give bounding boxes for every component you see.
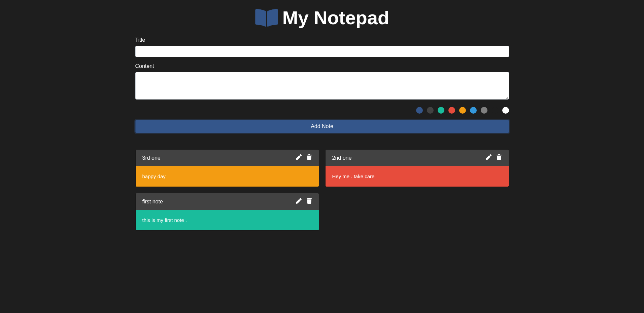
color-swatch-red[interactable] <box>448 107 455 114</box>
add-note-button[interactable]: Add Note <box>135 120 509 133</box>
note-header: 2nd one <box>326 150 509 166</box>
note-title: first note <box>142 199 163 205</box>
trash-icon[interactable] <box>306 198 312 205</box>
note-title: 3rd one <box>142 155 161 161</box>
note-content: this is my first note . <box>136 210 319 230</box>
color-swatch-green[interactable] <box>438 107 444 114</box>
edit-icon[interactable] <box>486 154 492 161</box>
note-actions <box>296 198 312 205</box>
note-card: 3rd onehappy day <box>135 149 319 187</box>
color-swatch-dark-grey[interactable] <box>427 107 434 114</box>
notes-grid: 3rd onehappy day2nd oneHey me . take car… <box>135 149 509 231</box>
content-label: Content <box>135 63 509 69</box>
color-swatch-black[interactable] <box>492 107 498 114</box>
trash-icon[interactable] <box>306 154 312 161</box>
note-header: 3rd one <box>136 150 319 166</box>
color-picker <box>135 107 509 114</box>
book-icon <box>255 8 278 28</box>
trash-icon[interactable] <box>496 154 502 161</box>
note-header: first note <box>136 193 319 210</box>
title-label: Title <box>135 37 509 43</box>
color-swatch-light-blue[interactable] <box>470 107 477 114</box>
edit-icon[interactable] <box>296 198 302 205</box>
color-swatch-white[interactable] <box>502 107 509 114</box>
content-input[interactable] <box>135 72 509 100</box>
note-actions <box>486 154 502 161</box>
note-title: 2nd one <box>332 155 352 161</box>
color-swatch-blue[interactable] <box>416 107 423 114</box>
note-content: Hey me . take care <box>326 166 509 187</box>
note-card: first notethis is my first note . <box>135 193 319 231</box>
edit-icon[interactable] <box>296 154 302 161</box>
note-actions <box>296 154 312 161</box>
color-swatch-grey[interactable] <box>481 107 487 114</box>
color-swatch-orange[interactable] <box>459 107 466 114</box>
app-title: My Notepad <box>282 7 389 29</box>
app-header: My Notepad <box>135 0 509 37</box>
note-content: happy day <box>136 166 319 187</box>
title-input[interactable] <box>135 46 509 57</box>
note-card: 2nd oneHey me . take care <box>325 149 509 187</box>
